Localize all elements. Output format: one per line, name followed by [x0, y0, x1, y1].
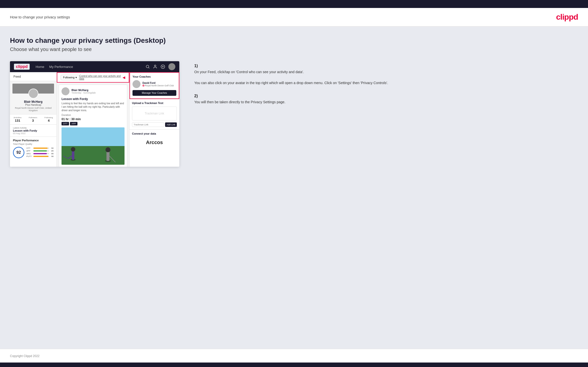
svg-point-18	[143, 85, 144, 86]
player-performance: Player Performance Total Player Quality …	[10, 137, 57, 160]
bar-ott: OTT 90	[26, 147, 54, 149]
footer: Copyright Clippd 2022	[0, 349, 588, 363]
golf-scene	[62, 127, 125, 165]
coaches-title: Your Coaches	[132, 75, 176, 78]
trackman-placeholder: Trackman Link	[132, 106, 177, 120]
coach-avatar	[132, 80, 140, 88]
coach-info: David Ford Royal North Devon Golf Club	[142, 82, 174, 87]
upload-title: Upload a Trackman Test	[132, 102, 177, 105]
stat-activities-value: 131	[14, 119, 22, 122]
page-title: How to change your privacy settings (Des…	[10, 37, 578, 45]
privacy-link-wrapper: Control who can see your activity and da…	[79, 75, 125, 80]
post-tags: OTT APP	[62, 122, 125, 125]
stat-followers-label: Followers	[29, 116, 37, 119]
post-author-name: Blair McHarg	[71, 89, 96, 92]
post-avatar	[62, 87, 69, 95]
latest-activity-date: 03 Aug 2022	[13, 132, 54, 135]
coaches-highlighted-panel: Your Coaches David Ford Royal North Devo…	[130, 72, 179, 99]
top-bar	[0, 0, 588, 8]
plus-icon[interactable]	[160, 64, 165, 69]
page-subtitle: Choose what you want people to see	[10, 47, 578, 52]
copyright: Copyright Clippd 2022	[10, 354, 40, 358]
tag-ott: OTT	[62, 122, 69, 125]
feed-tab[interactable]: Feed	[10, 72, 57, 81]
profile-stats: Activities 131 Followers 3 Following 4	[10, 114, 57, 125]
app-right: Your Coaches David Ford Royal North Devo…	[130, 72, 179, 167]
nav-home[interactable]: Home	[36, 65, 44, 69]
svg-point-2	[154, 65, 156, 66]
app-mockup: clippd Home My Performance Feed	[10, 61, 179, 167]
location-icon	[142, 85, 144, 87]
bar-app: APP 85	[26, 150, 54, 152]
feed-header: Following ▾ Control who can see your act…	[57, 72, 129, 83]
main-content: How to change your privacy settings (Des…	[0, 27, 588, 349]
stat-activities-label: Activities	[14, 116, 22, 119]
pp-title: Player Performance	[13, 139, 54, 142]
post-header: Blair McHarg Yesterday · Sunningdale	[62, 87, 125, 95]
connect-section: Connect your data Arccos	[130, 130, 179, 150]
bottom-bar	[0, 363, 588, 367]
clippd-logo: clippd	[556, 12, 578, 22]
app-feed: Following ▾ Control who can see your act…	[57, 72, 130, 167]
trackman-input[interactable]	[132, 122, 164, 127]
tpq-bars: OTT 90 APP 85 ARG	[26, 147, 54, 158]
trackman-input-row: Add Link	[132, 122, 177, 127]
upload-section: Upload a Trackman Test Trackman Link Add…	[130, 99, 179, 130]
post-description: Looking to feel like my hands are exitin…	[62, 102, 125, 112]
instruction-step-2: 2) You will then be taken directly to th…	[194, 94, 578, 105]
step1-text: On your Feed, click/tap on 'Control who …	[194, 69, 578, 75]
latest-activity-label: Latest Activity	[13, 127, 54, 129]
stat-followers: Followers 3	[29, 116, 37, 122]
arccos-logo: Arccos	[132, 137, 177, 148]
coaches-section: Your Coaches David Ford Royal North Devo…	[130, 73, 179, 99]
content-row: clippd Home My Performance Feed	[10, 61, 578, 167]
profile-avatar	[28, 89, 38, 99]
following-button[interactable]: Following ▾	[61, 75, 79, 80]
app-nav-links: Home My Performance	[36, 65, 139, 69]
privacy-link[interactable]: Control who can see your activity and da…	[79, 75, 122, 80]
svg-rect-14	[107, 152, 110, 161]
app-nav: clippd Home My Performance	[10, 61, 179, 72]
profile-handicap: Plus Handicap	[25, 104, 41, 106]
manage-coaches-button[interactable]: Manage Your Coaches	[132, 90, 176, 96]
step1-number: 1)	[194, 64, 578, 68]
header: How to change your privacy settings clip…	[0, 8, 588, 27]
instructions: 1) On your Feed, click/tap on 'Control w…	[189, 61, 578, 113]
stat-followers-value: 3	[29, 119, 37, 122]
post-image	[62, 127, 125, 165]
coach-club: Royal North Devon Golf Club	[142, 84, 174, 87]
tpq-circle: 92	[13, 147, 24, 158]
header-title: How to change your privacy settings	[10, 15, 70, 19]
svg-point-0	[146, 65, 149, 68]
svg-point-10	[71, 147, 75, 152]
post-duration: Duration	[62, 114, 125, 116]
avatar-icon[interactable]	[168, 63, 175, 70]
latest-activity: Latest Activity Lesson with Fordy 03 Aug…	[10, 125, 57, 137]
pp-tpq-label: Total Player Quality	[13, 143, 54, 145]
search-icon[interactable]	[145, 64, 150, 69]
app-nav-icons	[145, 63, 175, 70]
step2-number: 2)	[194, 94, 578, 98]
person-icon[interactable]	[153, 64, 157, 69]
post-author-info: Blair McHarg Yesterday · Sunningdale	[71, 89, 96, 94]
tag-app: APP	[70, 122, 77, 125]
profile-area: Blair McHarg Plus Handicap Royal North D…	[10, 81, 57, 114]
feed-post: Blair McHarg Yesterday · Sunningdale Les…	[59, 85, 127, 167]
post-date: Yesterday · Sunningdale	[71, 92, 96, 94]
svg-line-1	[148, 67, 149, 68]
tpq-row: 92 OTT 90 APP 85	[13, 147, 54, 158]
profile-club: Royal North Devon Golf Club, United King…	[12, 107, 54, 112]
coach-name: David Ford	[142, 82, 174, 84]
connect-title: Connect your data	[132, 132, 177, 135]
profile-name: Blair McHarg	[24, 100, 42, 104]
stat-activities: Activities 131	[14, 116, 22, 122]
arrow-indicator: ◀	[123, 75, 125, 79]
coach-item: David Ford Royal North Devon Golf Club	[132, 80, 176, 88]
instruction-step-1: 1) On your Feed, click/tap on 'Control w…	[194, 64, 578, 86]
nav-my-performance[interactable]: My Performance	[49, 65, 73, 69]
latest-activity-value: Lesson with Fordy	[13, 129, 54, 132]
stat-following-value: 4	[45, 119, 53, 122]
post-duration-value: 01 hr : 30 min	[62, 117, 125, 121]
add-link-button[interactable]: Add Link	[165, 122, 177, 127]
bar-arg: ARG 86	[26, 153, 54, 155]
